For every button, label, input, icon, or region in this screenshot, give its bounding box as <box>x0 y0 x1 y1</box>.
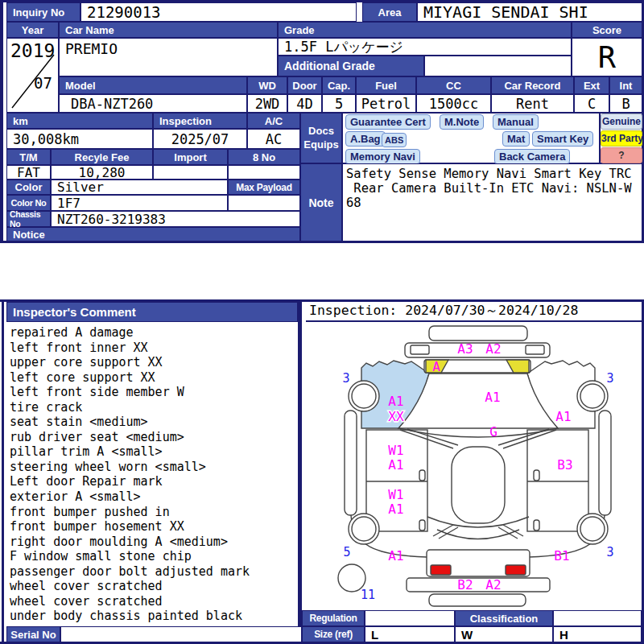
notice-label: Notice <box>6 227 300 242</box>
equip-back-camera: Back Camera <box>494 149 570 164</box>
front-bumper <box>429 326 527 341</box>
serial-no-label: Serial No <box>6 626 60 642</box>
damage-label-cowl: A <box>432 359 440 374</box>
tm-label: T/M <box>6 149 51 165</box>
equip-a-bag: A.Bag <box>345 131 386 147</box>
note-value: Safety Sense Memory Navi Smart Key TRC R… <box>342 163 642 242</box>
note-line: 68 <box>346 196 361 210</box>
recycle-fee-value: 10,280 <box>51 165 153 180</box>
inquiry-no-value: 21290013 <box>80 2 357 22</box>
damage-label-left-fender-xx: XX <box>388 409 404 424</box>
ac-value: AC <box>247 129 300 149</box>
comment-line: front bumper pushed in <box>10 505 296 520</box>
equip-smart-key: Smart Key <box>532 131 593 147</box>
bottom-left-border <box>2 299 4 642</box>
damage-label-hood: A1 <box>485 390 500 405</box>
additional-grade-label: Additional Grade <box>278 56 424 76</box>
tm-value: FAT <box>6 165 51 180</box>
equips-label: Equips <box>303 138 338 151</box>
model-label: Model <box>59 76 247 94</box>
equip-guarantee-cert: Guarantee Cert <box>345 114 431 130</box>
car-damage-diagram: A3 A2 A A1 XX A1 G A1 W1 A1 B3 W1 A1 A1 … <box>302 322 642 610</box>
cc-label: CC <box>416 76 491 94</box>
equip-m-note: M.Note <box>440 114 484 130</box>
wheel-front-right <box>577 381 608 411</box>
regulation-label: Regulation <box>302 610 365 626</box>
comment-line: pillar trim A <small> <box>10 444 296 460</box>
auction-sheet: Inquiry No 21290013 Area MIYAGI SENDAI S… <box>0 0 644 644</box>
equip-abs: ABS <box>382 133 407 147</box>
chassis-no-label: Chassis No <box>6 211 51 227</box>
door-value: 4D <box>287 94 322 113</box>
rear-under-panel <box>429 594 526 606</box>
ext-label: Ext <box>574 76 609 94</box>
cc-value: 1500cc <box>416 94 491 113</box>
serial-no-value <box>60 626 302 642</box>
comment-line: front bumper hosement XX <box>10 519 296 535</box>
import-value <box>153 165 228 180</box>
cap-label: Cap. <box>322 76 356 94</box>
damage-label-lr-door-w1: W1 <box>388 487 403 502</box>
comment-line: seat stain <medium> <box>10 415 296 430</box>
door-handle <box>419 520 425 530</box>
comment-line: steering wheel worn <small> <box>10 460 296 475</box>
damage-label-rear-bumper-a2: A2 <box>485 577 501 592</box>
inquiry-no-label: Inquiry No <box>6 2 80 22</box>
size-h-value: H <box>553 626 642 642</box>
grade-label: Grade <box>278 22 572 38</box>
badge-3rd-party: 3rd Party <box>601 130 642 147</box>
damage-label-lr-door-a1: A1 <box>388 502 403 517</box>
comment-line: wheel cover scratched <box>10 579 296 594</box>
comment-line: passenger door bolt adjusted mark <box>10 564 296 580</box>
right-sill <box>599 411 611 515</box>
wd-label: WD <box>247 76 287 94</box>
damage-label-left-fender-a1: A1 <box>388 394 403 409</box>
ext-value: C <box>574 94 609 113</box>
comment-line: exterior A <small> <box>10 489 296 505</box>
cap-value: 5 <box>322 94 356 113</box>
int-value: B <box>609 94 642 113</box>
8no-label: 8 No <box>228 149 300 165</box>
regulation-value <box>365 610 455 626</box>
taillight-right <box>506 565 526 575</box>
car-record-label: Car Record <box>491 76 574 94</box>
km-label: km <box>6 113 153 129</box>
fuel-label: Fuel <box>356 76 416 94</box>
inspection-label: Inspection <box>153 113 247 129</box>
spare-tire-mark: 11 <box>361 588 375 602</box>
comment-line: rub driver seat <medium> <box>10 430 296 445</box>
comment-line: tire crack <box>10 400 296 415</box>
max-payload-label: Max Payload <box>228 180 300 195</box>
damage-label-windshield: G <box>489 424 497 440</box>
ac-label: A/C <box>247 113 300 129</box>
damage-label-rr-quarter: B1 <box>554 548 569 564</box>
equip-mat: Mat <box>502 131 530 147</box>
car-name-label: Car Name <box>59 22 278 38</box>
inspectors-comment-title: Inspector's Comment <box>6 302 298 322</box>
comment-line: repaired A damage <box>10 325 296 341</box>
badge-unknown: ? <box>601 147 642 163</box>
door-label: Door <box>287 76 322 94</box>
color-no-label: Color No <box>6 195 51 211</box>
size-ref-label: Size (ref) <box>302 626 365 642</box>
color-no-value: 1F7 <box>51 195 228 211</box>
comment-line: under body chassis painted black <box>10 609 296 624</box>
int-label: Int <box>609 76 642 94</box>
additional-grade-value <box>424 56 572 76</box>
wheel-mark-rear-right: 3 <box>606 545 613 559</box>
headlight-right <box>526 345 544 354</box>
max-payload-value <box>228 195 300 211</box>
score-value: R <box>572 38 642 76</box>
left-sill <box>345 411 357 515</box>
damage-label-front-panel-a3: A3 <box>457 341 473 357</box>
wheel-mark-front-right: 3 <box>606 371 613 386</box>
classification-label: Classification <box>455 610 553 626</box>
fuel-value: Petrol <box>356 94 416 113</box>
comment-line: left front side member W <box>10 385 296 400</box>
grade-value: 1.5F Lパッケージ <box>278 38 572 56</box>
note-line: Safety Sense Memory Navi Smart Key TRC <box>346 167 632 181</box>
comment-line: F window small stone chip <box>10 549 296 564</box>
headlight-left <box>411 345 429 354</box>
car-name-value: PREMIO <box>59 38 278 76</box>
door-handle <box>419 470 425 481</box>
